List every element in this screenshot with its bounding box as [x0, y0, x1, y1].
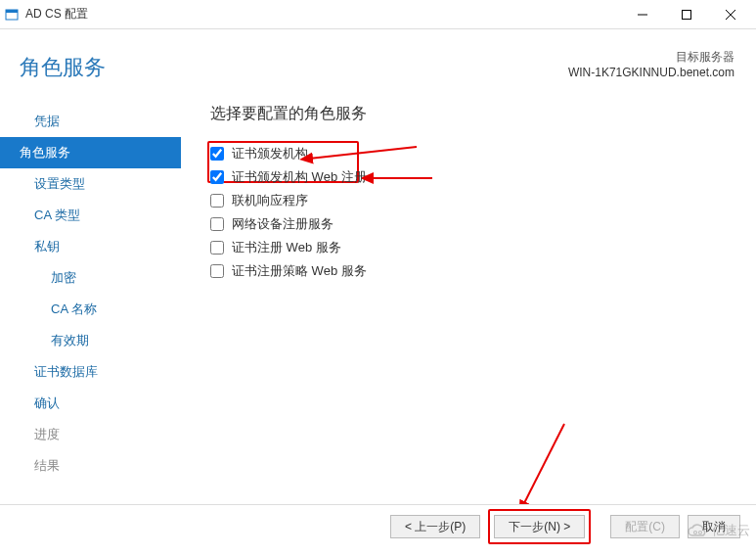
wizard-button-bar: < 上一步(P) 下一步(N) > 配置(C) 取消: [0, 504, 756, 548]
checkbox-cert-policy-web[interactable]: [210, 264, 224, 278]
sidebar-item-credentials[interactable]: 凭据: [0, 106, 181, 137]
panel-heading: 选择要配置的角色服务: [210, 104, 727, 124]
role-row-ca[interactable]: 证书颁发机构: [210, 142, 727, 165]
role-row-online-responder[interactable]: 联机响应程序: [210, 189, 727, 212]
close-button[interactable]: [708, 1, 752, 28]
configure-button[interactable]: 配置(C): [610, 515, 680, 538]
role-label: 证书颁发机构 Web 注册: [232, 168, 367, 186]
watermark-cloud-icon: [686, 519, 709, 542]
role-label: 网络设备注册服务: [232, 215, 334, 233]
role-row-cert-policy-web[interactable]: 证书注册策略 Web 服务: [210, 259, 727, 283]
wizard-sidebar: 凭据 角色服务 设置类型 CA 类型 私钥 加密 CA 名称 有效期 证书数据库…: [0, 98, 181, 499]
sidebar-item-validity[interactable]: 有效期: [0, 325, 181, 356]
wizard-header: 角色服务 目标服务器 WIN-1K71GKINNUD.benet.com: [0, 29, 756, 98]
app-icon: [4, 7, 20, 23]
checkbox-ca[interactable]: [210, 147, 224, 161]
checkbox-online-responder[interactable]: [210, 194, 224, 208]
role-row-ca-web[interactable]: 证书颁发机构 Web 注册: [210, 165, 727, 189]
checkbox-ca-web[interactable]: [210, 170, 224, 184]
role-row-cert-web-service[interactable]: 证书注册 Web 服务: [210, 236, 727, 259]
window-titlebar: AD CS 配置: [0, 0, 756, 29]
svg-point-10: [699, 532, 702, 534]
target-server-info: 目标服务器 WIN-1K71GKINNUD.benet.com: [568, 49, 734, 79]
sidebar-item-role-services[interactable]: 角色服务: [0, 137, 181, 168]
content-area: 凭据 角色服务 设置类型 CA 类型 私钥 加密 CA 名称 有效期 证书数据库…: [0, 98, 756, 499]
role-label: 证书注册 Web 服务: [232, 239, 341, 256]
target-server-name: WIN-1K71GKINNUD.benet.com: [568, 66, 734, 79]
sidebar-item-setup-type[interactable]: 设置类型: [0, 168, 181, 200]
svg-rect-3: [682, 10, 690, 19]
sidebar-item-cert-db[interactable]: 证书数据库: [0, 356, 181, 388]
checkbox-ndes[interactable]: [210, 217, 224, 231]
target-server-label: 目标服务器: [568, 49, 734, 66]
sidebar-item-results: 结果: [0, 450, 181, 482]
maximize-button[interactable]: [664, 1, 708, 28]
prev-button[interactable]: < 上一步(P): [390, 515, 480, 538]
sidebar-item-cryptography[interactable]: 加密: [0, 262, 181, 294]
role-row-ndes[interactable]: 网络设备注册服务: [210, 212, 727, 236]
minimize-button[interactable]: [620, 1, 664, 28]
role-label: 联机响应程序: [232, 192, 308, 209]
sidebar-item-progress: 进度: [0, 419, 181, 450]
watermark-text: 亿速云: [712, 522, 750, 539]
checkbox-cert-web-service[interactable]: [210, 241, 224, 255]
sidebar-item-ca-type[interactable]: CA 类型: [0, 200, 181, 231]
window-title: AD CS 配置: [25, 6, 620, 23]
page-title: 角色服务: [20, 53, 106, 82]
main-panel: 选择要配置的角色服务 证书颁发机构 证书颁发机构 Web 注册 联机响应程序 网…: [181, 98, 756, 499]
watermark: 亿速云: [686, 519, 750, 542]
annotation-next-highlight: 下一步(N) >: [488, 509, 591, 544]
role-checkbox-list: 证书颁发机构 证书颁发机构 Web 注册 联机响应程序 网络设备注册服务 证书注…: [210, 142, 727, 283]
next-button[interactable]: 下一步(N) >: [494, 515, 585, 538]
sidebar-item-confirm[interactable]: 确认: [0, 388, 181, 419]
sidebar-item-ca-name[interactable]: CA 名称: [0, 294, 181, 325]
role-label: 证书注册策略 Web 服务: [232, 262, 367, 280]
sidebar-item-private-key[interactable]: 私钥: [0, 231, 181, 262]
svg-rect-1: [6, 10, 18, 13]
svg-point-9: [694, 532, 697, 534]
window-controls: [620, 1, 752, 28]
role-label: 证书颁发机构: [232, 145, 308, 162]
